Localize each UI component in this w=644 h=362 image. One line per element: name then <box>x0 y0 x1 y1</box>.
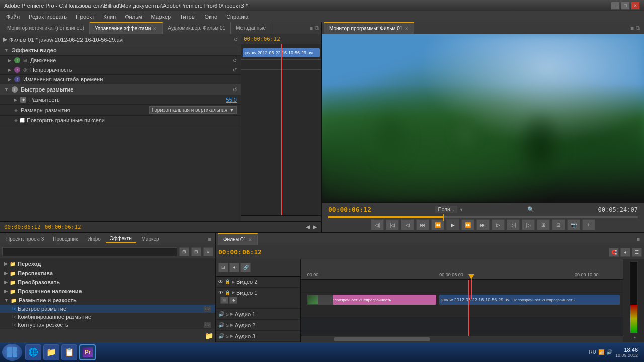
category-perspective[interactable]: ▶ 📁 Перспектива <box>0 268 215 278</box>
panel-menu-icon[interactable]: ≡ <box>310 25 313 31</box>
panel-float-icon[interactable]: ⧉ <box>315 25 319 31</box>
timeline-menu-icon[interactable]: ≡ <box>637 236 640 242</box>
fast-blur-section[interactable]: ▼ f Быстрое размытие ↺ <box>0 84 241 95</box>
tab-markers[interactable]: Маркер <box>137 235 163 243</box>
add-marker-button[interactable]: + <box>582 219 595 230</box>
video2-eye-icon[interactable]: 👁 <box>218 279 223 285</box>
minimize-button[interactable]: ─ <box>611 2 620 10</box>
snap-button[interactable]: 🧲 <box>609 248 619 257</box>
fast-blur-reset-btn[interactable]: ↺ <box>233 87 237 93</box>
video-effects-section[interactable]: ▼ Эффекты видео <box>0 45 241 56</box>
audio2-solo-icon[interactable]: S <box>226 323 229 328</box>
audio3-mute-icon[interactable]: 🔊 <box>218 333 224 339</box>
video1-lock-icon[interactable]: 🔒 <box>225 290 230 295</box>
category-transform[interactable]: ▶ 📁 Преобразовать <box>0 278 215 287</box>
audio2-expand-arrow[interactable]: ▶ <box>230 323 233 327</box>
category-blur[interactable]: ▼ 📁 Размытие и резкость <box>0 296 215 305</box>
zoom-tool-icon[interactable]: 🔍 <box>527 206 534 213</box>
effects-prev-btn[interactable]: ◀ <box>306 224 310 230</box>
repeat-pixels-checkbox[interactable] <box>20 118 25 123</box>
monitor-scrub-bar[interactable] <box>328 216 638 218</box>
opacity-effect[interactable]: ▶ f ◎ Непрозрачность ↺ <box>0 65 241 75</box>
fast-forward-button[interactable]: ⏩ <box>461 219 474 230</box>
linked-tl-btn[interactable]: 🔗 <box>240 263 251 272</box>
track-audio1-row[interactable] <box>301 318 623 331</box>
clip-main-video[interactable]: javaw 2012-06-22 16-10-56-29.avi Непрозр… <box>439 295 619 305</box>
grid-view-button[interactable]: ⊟ <box>191 247 201 256</box>
video1-sync-btn[interactable]: ⊞ <box>220 297 228 304</box>
track-video2-row[interactable] <box>301 280 623 293</box>
video-effects-toggle[interactable]: ▼ <box>4 48 9 53</box>
effect-compound-blur[interactable]: fx Комбинированное размытие <box>0 313 215 321</box>
maximize-button[interactable]: □ <box>621 2 630 10</box>
tab-effects-control[interactable]: Управление эффектами ✕ <box>90 22 163 34</box>
tab-project[interactable]: Проект: проект3 <box>2 235 48 243</box>
tab-info[interactable]: Инфо <box>83 235 105 243</box>
effect-sharpen[interactable]: fx Контурная резкость 32 <box>0 321 215 329</box>
monitor-menu-icon[interactable]: ≡ <box>631 25 634 31</box>
time-remapping-effect[interactable]: ▶ f Изменения масштаба времени <box>0 75 241 84</box>
motion-reset-btn[interactable]: ↺ <box>233 58 237 63</box>
motion-expand-icon[interactable]: ▶ <box>8 58 11 63</box>
start-button[interactable] <box>2 344 22 361</box>
effects-search-input[interactable] <box>2 247 177 256</box>
scrollbar-thumb[interactable] <box>334 337 430 341</box>
taskbar-files-icon[interactable]: 📋 <box>61 344 77 360</box>
menu-help[interactable]: Справка <box>222 13 252 21</box>
fast-blur-toggle[interactable]: ▼ <box>4 87 9 92</box>
mark-in-button[interactable]: ◁| <box>371 219 384 230</box>
step-forward-button[interactable]: ▷ <box>492 219 505 230</box>
track-audio2-row[interactable] <box>301 331 623 336</box>
zoom-label[interactable]: Полн... <box>435 206 457 213</box>
folder-button[interactable]: 📁 <box>205 332 213 340</box>
taskbar-browser-icon[interactable]: 🌐 <box>25 344 41 360</box>
opacity-expand-icon[interactable]: ▶ <box>8 68 11 72</box>
taskbar-explorer-icon[interactable]: 📁 <box>43 344 59 360</box>
audio1-solo-icon[interactable]: S <box>226 312 229 317</box>
mark-out-button[interactable]: |▷ <box>522 219 535 230</box>
prev-edit-button[interactable]: ⏮ <box>416 219 429 230</box>
blur-sizes-dropdown[interactable]: Горизонтальная и вертикальная ▼ <box>149 106 237 114</box>
audio3-solo-icon[interactable]: S <box>226 334 229 339</box>
menu-sequence[interactable]: Фильм <box>121 13 146 21</box>
lift-button[interactable]: 📷 <box>567 219 580 230</box>
menu-project[interactable]: Проект <box>72 13 98 21</box>
video1-key-btn[interactable]: ◆ <box>229 297 237 304</box>
go-to-in-button[interactable]: |◁ <box>386 219 399 230</box>
timeline-tab-close-icon[interactable]: ✕ <box>248 237 252 242</box>
tab-explorer[interactable]: Проводник <box>49 235 82 243</box>
monitor-float-icon[interactable]: ⧉ <box>636 25 640 31</box>
vol-plus[interactable]: + <box>634 335 636 340</box>
audio1-mute-icon[interactable]: 🔊 <box>218 311 224 317</box>
video2-lock-icon[interactable]: 🔒 <box>225 279 230 284</box>
effect-fast-blur[interactable]: fx Быстрое размытие 32 <box>0 305 215 313</box>
video1-expand-arrow[interactable]: ▶ <box>232 290 235 295</box>
menu-file[interactable]: Файл <box>2 13 24 21</box>
menu-window[interactable]: Окно <box>201 13 222 21</box>
category-keying[interactable]: ▶ 📁 Прозрачное наложение <box>0 287 215 296</box>
taskbar-premiere-icon[interactable]: Pr <box>79 344 96 360</box>
tab-effects[interactable]: Эффекты <box>106 235 136 243</box>
marker-tl-btn[interactable]: ♦ <box>229 263 239 272</box>
tab-effects-close-icon[interactable]: ✕ <box>153 26 157 31</box>
program-monitor-close-icon[interactable]: ✕ <box>405 26 409 31</box>
blur-expand-icon[interactable]: ▶ <box>14 98 17 102</box>
category-transition[interactable]: ▶ 📁 Переход <box>0 259 215 268</box>
browser-menu-icon[interactable]: ≡ <box>208 236 211 242</box>
time-expand-icon[interactable]: ▶ <box>8 77 11 82</box>
go-to-out-button[interactable]: ▷| <box>507 219 520 230</box>
new-bin-button[interactable]: ⊞ <box>179 247 189 256</box>
insert-button[interactable]: ⊞ <box>537 219 550 230</box>
tab-timeline-film01[interactable]: Фильм 01 ✕ <box>218 233 258 245</box>
close-button[interactable]: ✕ <box>631 2 640 10</box>
blur-value[interactable]: 55,0 <box>226 97 237 103</box>
mini-timeline-scrollbar[interactable] <box>242 215 321 221</box>
audio1-expand-arrow[interactable]: ▶ <box>230 312 233 316</box>
add-marker-tl-button[interactable]: ♦ <box>620 248 630 257</box>
audio2-mute-icon[interactable]: 🔊 <box>218 322 224 328</box>
clip-expand-arrow[interactable]: ▶ <box>3 36 7 43</box>
snap-tl-btn[interactable]: ⊡ <box>218 263 228 272</box>
vol-minus[interactable]: - <box>631 335 633 340</box>
timeline-h-scrollbar[interactable] <box>301 336 623 342</box>
tab-audio-mixer[interactable]: Аудиомикшер: Фильм 01 <box>163 22 231 34</box>
